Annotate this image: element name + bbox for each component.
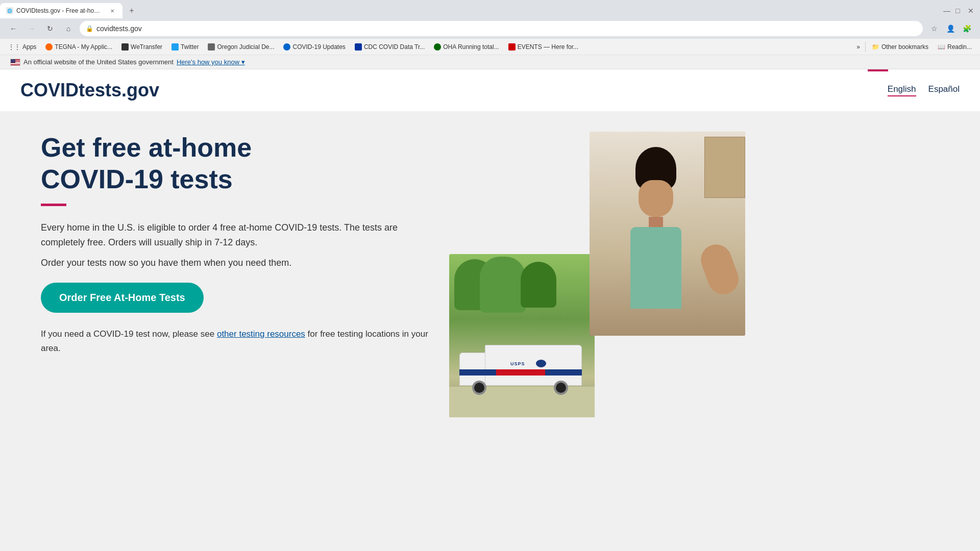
- minimize-button[interactable]: —: [943, 7, 951, 15]
- woman-figure: [605, 147, 707, 320]
- gov-link-text: Here's how you know: [177, 58, 239, 66]
- title-divider: [41, 204, 66, 206]
- bookmark-folder-other[interactable]: 📁 Other bookmarks: [868, 42, 933, 52]
- bookmark-cdc[interactable]: CDC COVID Data Tr...: [351, 42, 429, 52]
- hero-title-line1: Get free at-home: [41, 133, 252, 162]
- bookmark-oregon-label: Oregon Judicial De...: [217, 43, 274, 51]
- content-right-wrapper: USPS: [449, 132, 745, 448]
- logo-text: COVIDtests.gov: [20, 80, 159, 101]
- bookmark-covid-updates[interactable]: COVID-19 Updates: [279, 42, 349, 52]
- back-button[interactable]: ←: [6, 21, 20, 36]
- woman-image: [590, 132, 745, 336]
- bookmark-reading[interactable]: 📖 Readin...: [934, 42, 976, 52]
- extensions-button[interactable]: 🧩: [960, 21, 974, 36]
- wetransfer-favicon: [121, 43, 129, 51]
- van-wheel-front: [472, 381, 486, 395]
- main-content: Get free at-home COVID-19 tests Every ho…: [0, 111, 980, 468]
- bookmark-twitter[interactable]: Twitter: [167, 42, 203, 52]
- oregon-favicon: [208, 43, 215, 51]
- order-tests-button[interactable]: Order Free At-Home Tests: [41, 283, 204, 313]
- bookmark-covid-updates-label: COVID-19 Updates: [292, 43, 345, 51]
- lock-icon: 🔒: [86, 25, 93, 32]
- profile-button[interactable]: 👤: [943, 21, 958, 36]
- bookmark-oha[interactable]: OHA Running total...: [430, 42, 503, 52]
- dropdown-arrow-icon: ▾: [241, 58, 245, 66]
- english-language-link[interactable]: English: [888, 84, 916, 96]
- bookmarks-bar: ⋮⋮ Order Free At-Home Tests Apps TEGNA -…: [0, 39, 980, 55]
- hero-description: Every home in the U.S. is eligible to or…: [41, 220, 429, 250]
- bookmark-wetransfer-label: WeTransfer: [131, 43, 162, 51]
- van-body: [485, 345, 582, 386]
- bookmark-apps-text: Apps: [22, 43, 36, 51]
- tab-bar: 🌐 COVIDtests.gov - Free at-home C ✕ + — …: [0, 0, 980, 18]
- order-btn-label: Order Free At-Home Tests: [59, 292, 185, 303]
- bookmark-tegna[interactable]: TEGNA - My Applic...: [41, 42, 116, 52]
- usps-van-image: USPS: [449, 254, 595, 417]
- tegna-favicon: [45, 43, 53, 51]
- van-eagle: [536, 360, 546, 367]
- bookmark-wetransfer[interactable]: WeTransfer: [117, 42, 166, 52]
- site-header: COVIDtests.gov English Español: [0, 69, 980, 111]
- site-logo[interactable]: COVIDtests.gov: [20, 80, 159, 101]
- us-flag-icon: [10, 59, 20, 66]
- tree-background-3: [521, 262, 556, 308]
- tab-favicon: 🌐: [6, 7, 13, 14]
- bookmarks-overflow-button[interactable]: »: [853, 42, 863, 52]
- close-window-button[interactable]: ✕: [968, 7, 976, 15]
- bookmarks-separator: [865, 42, 866, 52]
- hero-title-line2: COVID-19 tests: [41, 164, 233, 194]
- usps-scene: USPS: [449, 254, 595, 417]
- van-wheel-back: [554, 381, 568, 395]
- reading-icon: 📖: [938, 43, 945, 51]
- english-label: English: [888, 84, 916, 94]
- address-bar-right: ☆ 👤 🧩: [927, 21, 974, 36]
- home-button[interactable]: ⌂: [61, 21, 76, 36]
- active-tab[interactable]: 🌐 COVIDtests.gov - Free at-home C ✕: [0, 3, 122, 18]
- bookmark-events[interactable]: EVENTS — Here for...: [504, 42, 582, 52]
- twitter-favicon: [172, 43, 179, 51]
- website-content: An official website of the United States…: [0, 55, 980, 551]
- tab-close-button[interactable]: ✕: [108, 7, 116, 15]
- apps-icon: ⋮⋮: [8, 43, 20, 51]
- url-text: covidtests.gov: [96, 24, 142, 33]
- covid-updates-favicon: [283, 43, 290, 51]
- events-favicon: [508, 43, 516, 51]
- reload-button[interactable]: ↻: [43, 21, 57, 36]
- bookmark-cdc-label: CDC COVID Data Tr...: [364, 43, 425, 51]
- van-usps-logo: USPS: [510, 361, 525, 366]
- note-link-text: other testing resources: [217, 329, 305, 339]
- espanol-language-link[interactable]: Español: [928, 84, 960, 96]
- gov-banner-text: An official website of the United States…: [23, 58, 174, 66]
- bookmark-apps[interactable]: ⋮⋮ Order Free At-Home Tests Apps: [4, 42, 40, 52]
- bookmark-events-label: EVENTS — Here for...: [518, 43, 578, 51]
- maximize-button[interactable]: □: [955, 7, 964, 15]
- url-bar[interactable]: 🔒 covidtests.gov: [80, 21, 923, 36]
- woman-face: [639, 180, 673, 217]
- hero-title: Get free at-home COVID-19 tests: [41, 132, 429, 195]
- note-prefix: If you need a COVID-19 test now, please …: [41, 329, 217, 339]
- tab-bar-controls: — □ ✕: [943, 7, 980, 15]
- content-left: Get free at-home COVID-19 tests Every ho…: [41, 132, 429, 448]
- usps-van-vehicle: USPS: [459, 341, 582, 397]
- tree-background-2: [480, 257, 526, 313]
- heres-how-you-know-link[interactable]: Here's how you know ▾: [177, 58, 245, 66]
- bookmark-oregon[interactable]: Oregon Judicial De...: [204, 42, 278, 52]
- bookmark-oha-label: OHA Running total...: [443, 43, 499, 51]
- tab-title: COVIDtests.gov - Free at-home C: [16, 7, 105, 14]
- hero-sub-text: Order your tests now so you have them wh…: [41, 258, 429, 268]
- woman-shirt: [630, 227, 681, 309]
- woman-neck: [649, 217, 663, 227]
- other-testing-resources-link[interactable]: other testing resources: [217, 329, 305, 339]
- reading-label: Readin...: [947, 43, 972, 51]
- browser-window: 🌐 COVIDtests.gov - Free at-home C ✕ + — …: [0, 0, 980, 55]
- bookmark-star-button[interactable]: ☆: [927, 21, 941, 36]
- oha-favicon: [434, 43, 441, 51]
- new-tab-button[interactable]: +: [125, 4, 139, 18]
- flag-canton: [11, 59, 15, 63]
- forward-button[interactable]: →: [24, 21, 39, 36]
- folder-icon: 📁: [872, 43, 879, 51]
- testing-note: If you need a COVID-19 test now, please …: [41, 327, 429, 355]
- espanol-label: Español: [928, 84, 960, 94]
- overflow-icon: »: [856, 43, 860, 51]
- header-accent-bar: [868, 69, 888, 71]
